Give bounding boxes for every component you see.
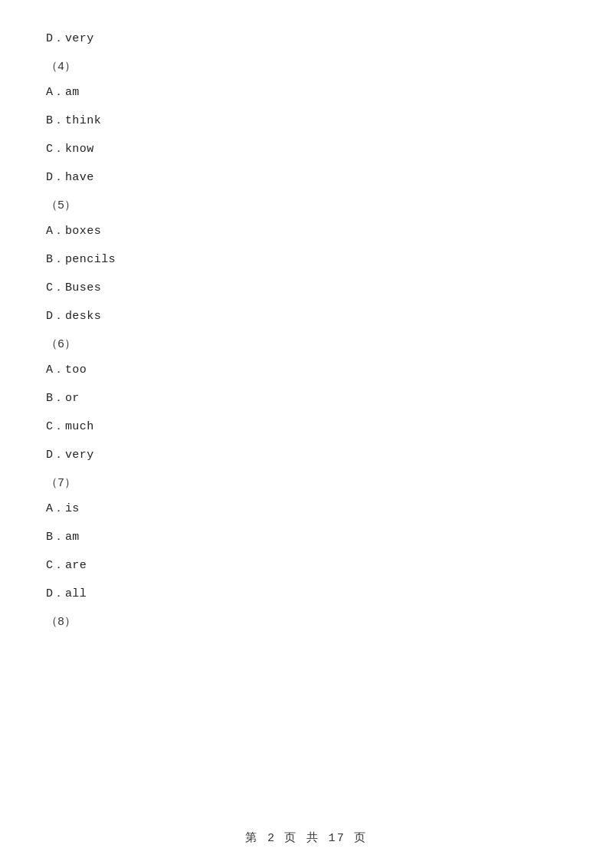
option-4-b: B．think (46, 113, 567, 127)
question-8: （8） (46, 614, 567, 629)
question-number-7: （7） (46, 475, 567, 490)
option-6-c: C．much (46, 419, 567, 433)
question-number-4: （4） (46, 59, 567, 74)
page-content: D．very （4） A．am B．think C．know D．have （5… (0, 0, 613, 689)
option-5-d: D．desks (46, 308, 567, 323)
page-footer: 第 2 页 共 17 页 (0, 830, 613, 845)
option-7-c: C．are (46, 557, 567, 572)
question-number-8: （8） (46, 614, 567, 629)
option-5-b: B．pencils (46, 252, 567, 266)
option-6-b: B．or (46, 390, 567, 405)
option-6-d: D．very (46, 447, 567, 462)
question-7: （7） A．is B．am C．are D．all (46, 475, 567, 600)
option-7-a: A．is (46, 501, 567, 515)
question-4: （4） A．am B．think C．know D．have (46, 59, 567, 184)
option-4-d: D．have (46, 169, 567, 184)
option-d-very-top: D．very (46, 31, 567, 45)
option-7-d: D．all (46, 586, 567, 600)
option-5-a: A．boxes (46, 223, 567, 238)
question-6: （6） A．too B．or C．much D．very (46, 337, 567, 462)
question-number-5: （5） (46, 198, 567, 212)
option-7-b: B．am (46, 529, 567, 544)
option-4-c: C．know (46, 141, 567, 156)
option-5-c: C．Buses (46, 280, 567, 294)
question-5: （5） A．boxes B．pencils C．Buses D．desks (46, 198, 567, 323)
option-6-a: A．too (46, 362, 567, 376)
question-number-6: （6） (46, 337, 567, 351)
option-4-a: A．am (46, 84, 567, 99)
